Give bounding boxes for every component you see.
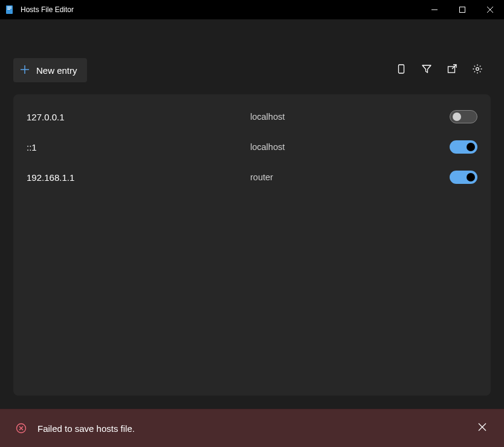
open-external-icon	[447, 64, 457, 77]
error-message: Failed to save hosts file.	[37, 423, 465, 434]
toggle-knob	[467, 143, 475, 151]
entry-host: localhost	[250, 112, 450, 122]
entry-row[interactable]: ::1 localhost	[27, 132, 477, 162]
entry-toggle[interactable]	[450, 110, 477, 123]
new-entry-label: New entry	[36, 65, 77, 76]
new-entry-button[interactable]: New entry	[13, 58, 87, 82]
svg-rect-3	[7, 9, 10, 10]
error-close-button[interactable]	[476, 422, 488, 434]
open-file-button[interactable]	[445, 63, 459, 77]
app-body: New entry	[0, 19, 504, 409]
toggle-knob	[467, 173, 475, 181]
entry-toggle[interactable]	[450, 171, 477, 184]
entry-ip: 192.168.1.1	[27, 172, 250, 183]
entry-row[interactable]: 192.168.1.1 router	[27, 162, 477, 192]
svg-point-13	[476, 68, 479, 71]
svg-rect-1	[7, 7, 11, 7]
error-bar: Failed to save hosts file.	[0, 409, 504, 447]
entry-row[interactable]: 127.0.0.1 localhost	[27, 102, 477, 132]
entry-ip: 127.0.0.1	[27, 112, 250, 122]
entry-host: router	[250, 172, 450, 182]
toolbar-actions	[394, 63, 485, 77]
svg-rect-5	[460, 7, 465, 13]
window-controls	[421, 0, 504, 19]
window-title: Hosts File Editor	[21, 5, 421, 14]
minimize-button[interactable]	[421, 0, 448, 19]
titlebar: Hosts File Editor	[0, 0, 504, 19]
svg-rect-2	[7, 8, 11, 8]
document-icon	[396, 64, 407, 77]
toolbar: New entry	[2, 44, 502, 94]
gear-icon	[472, 64, 483, 77]
entries-panel: 127.0.0.1 localhost ::1 localhost 192.16…	[13, 94, 491, 396]
error-icon	[16, 423, 27, 434]
additional-lines-button[interactable]	[394, 63, 409, 77]
svg-rect-10	[399, 65, 404, 73]
close-icon	[478, 423, 486, 434]
toggle-knob	[453, 113, 461, 121]
app-icon	[5, 5, 15, 15]
entry-host: localhost	[250, 142, 450, 152]
entry-ip: ::1	[27, 142, 250, 152]
filter-button[interactable]	[419, 63, 434, 77]
filter-icon	[421, 64, 432, 77]
maximize-button[interactable]	[448, 0, 476, 19]
plus-icon	[19, 64, 30, 77]
entry-toggle[interactable]	[450, 140, 477, 154]
settings-button[interactable]	[470, 63, 485, 77]
close-button[interactable]	[476, 0, 504, 19]
